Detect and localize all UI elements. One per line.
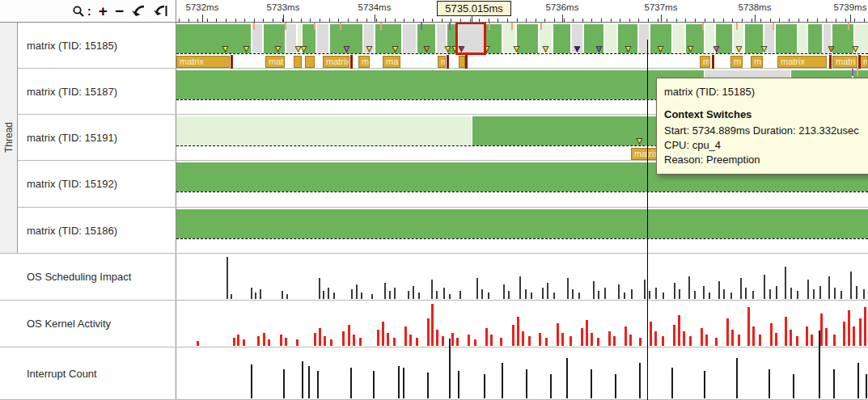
- context-switch-marker[interactable]: ▼: [735, 44, 743, 53]
- row-header-thread[interactable]: matrix (TID: 15192): [0, 161, 176, 208]
- context-switch-marker[interactable]: ▼: [273, 44, 282, 53]
- idle-segment[interactable]: [176, 116, 472, 145]
- row-header-thread[interactable]: matrix (TID: 15185): [0, 23, 176, 69]
- ruler-minor-tick: [836, 19, 836, 22]
- timeline-canvas[interactable]: matrixmatmatrixmmammmmmatrixmatrima▼▼▼▼▼…: [176, 23, 868, 400]
- ruler-minor-tick: [357, 19, 358, 22]
- cpu-baseline-dashed: [176, 192, 868, 195]
- zoom-fit-icon[interactable]: [153, 3, 167, 19]
- spike-bar: [525, 289, 527, 299]
- context-switch-marker[interactable]: ▼: [624, 44, 633, 53]
- running-segment[interactable]: [176, 70, 704, 99]
- magnifier-icon[interactable]: [72, 3, 85, 19]
- context-switch-marker[interactable]: ▼: [422, 44, 431, 53]
- context-switch-marker[interactable]: ▼: [365, 44, 374, 53]
- row-header-panel: matrix (TID: 15185)matrix (TID: 15187)ma…: [0, 23, 176, 400]
- idle-segment[interactable]: [798, 24, 807, 53]
- preempted-segment[interactable]: [317, 24, 328, 53]
- timeline-row[interactable]: [176, 254, 868, 301]
- spike-bar: [481, 289, 483, 299]
- ruler-minor-tick: [498, 19, 498, 22]
- context-switch-marker[interactable]: ▼: [573, 44, 582, 53]
- task-marker[interactable]: [305, 56, 315, 68]
- timeline-row[interactable]: [176, 347, 868, 400]
- row-header-thread[interactable]: matrix (TID: 15191): [0, 115, 176, 161]
- spike-bar: [442, 336, 444, 346]
- spike-bar: [631, 289, 633, 299]
- task-marker[interactable]: m: [358, 56, 370, 68]
- timeline-row[interactable]: matrixmatmatrixmmammmmmatrixmatrima▼▼▼▼▼…: [176, 23, 868, 69]
- row-header-thread[interactable]: matrix (TID: 15186): [0, 208, 176, 254]
- task-marker[interactable]: m: [730, 56, 743, 68]
- event-tick: [285, 23, 286, 30]
- context-switch-marker[interactable]: ▼: [221, 44, 230, 53]
- context-switch-marker[interactable]: ▼: [656, 44, 665, 53]
- spike-bar: [227, 257, 228, 299]
- running-segment[interactable]: [176, 24, 251, 53]
- time-cursor-line[interactable]: [647, 40, 648, 400]
- task-marker[interactable]: matrix: [176, 56, 230, 68]
- running-segment[interactable]: [553, 24, 570, 53]
- spike-bar: [356, 284, 358, 299]
- running-segment[interactable]: [176, 209, 868, 238]
- context-switch-marker[interactable]: ▼: [242, 44, 251, 53]
- context-switch-marker[interactable]: ▼: [686, 44, 695, 53]
- task-marker[interactable]: ma: [860, 56, 868, 68]
- selected-context-switch-box[interactable]: [455, 23, 486, 55]
- task-marker[interactable]: m: [438, 56, 446, 68]
- ruler-minor-tick: [544, 19, 545, 22]
- spike-bar: [853, 326, 855, 346]
- task-marker[interactable]: mat: [265, 56, 285, 68]
- idle-segment[interactable]: [605, 24, 616, 53]
- context-switch-marker[interactable]: ▼: [712, 44, 721, 53]
- spike-bar: [431, 304, 434, 346]
- spike-bar: [280, 335, 282, 346]
- spike-bar: [850, 272, 852, 299]
- context-switch-marker[interactable]: ▼: [851, 44, 860, 53]
- spike-bar: [384, 283, 386, 299]
- context-switch-marker[interactable]: ▼: [391, 44, 400, 53]
- spike-bar: [591, 333, 593, 346]
- context-switch-marker[interactable]: ▼: [512, 44, 521, 53]
- row-header-chart[interactable]: OS Scheduling Impact: [0, 254, 176, 301]
- ruler-minor-tick: [348, 19, 349, 22]
- spike-bar: [324, 336, 326, 346]
- context-switch-marker[interactable]: ▼: [299, 44, 308, 53]
- context-switch-marker[interactable]: ▼: [827, 44, 836, 53]
- row-header-chart[interactable]: Interrupt Count: [0, 347, 176, 400]
- context-switch-marker[interactable]: ▼: [595, 44, 603, 53]
- row-header-thread[interactable]: matrix (TID: 15187): [0, 69, 176, 115]
- ruler-minor-tick: [432, 19, 433, 22]
- task-marker[interactable]: m: [700, 56, 710, 68]
- task-marker[interactable]: [294, 56, 302, 68]
- task-marker[interactable]: matri: [832, 56, 857, 68]
- timeline-row[interactable]: [176, 301, 868, 347]
- running-segment[interactable]: [808, 24, 822, 53]
- timeline-row[interactable]: [176, 208, 868, 254]
- spike-bar: [715, 338, 718, 346]
- context-switch-marker[interactable]: ▼: [635, 137, 644, 145]
- preempted-segment[interactable]: [403, 24, 416, 53]
- spike-bar: [282, 291, 283, 299]
- ruler-minor-tick: [629, 19, 630, 22]
- task-marker[interactable]: ma: [383, 56, 400, 68]
- time-ruler[interactable]: 5732ms5733ms5734ms5736ms5737ms5738ms5739…: [176, 0, 868, 23]
- zoom-selection-icon[interactable]: [131, 3, 146, 19]
- task-marker[interactable]: matrix: [777, 56, 827, 68]
- zoom-out-icon[interactable]: −: [115, 3, 124, 19]
- task-marker[interactable]: matrix: [323, 56, 349, 68]
- task-separator: [858, 55, 861, 69]
- context-switch-marker[interactable]: ▼: [541, 44, 550, 53]
- task-marker[interactable]: [459, 56, 465, 68]
- running-segment[interactable]: [776, 24, 797, 53]
- ruler-minor-tick: [489, 19, 489, 22]
- spike-bar: [770, 323, 773, 346]
- zoom-in-icon[interactable]: +: [99, 3, 108, 19]
- row-header-chart[interactable]: OS Kernel Activity: [0, 301, 176, 347]
- context-switch-marker[interactable]: ▼: [760, 44, 768, 53]
- idle-segment[interactable]: [673, 24, 684, 53]
- spike-bar: [591, 369, 592, 398]
- context-switch-marker[interactable]: ▼: [342, 44, 351, 53]
- ruler-minor-tick: [817, 19, 818, 22]
- task-marker[interactable]: m: [751, 56, 763, 68]
